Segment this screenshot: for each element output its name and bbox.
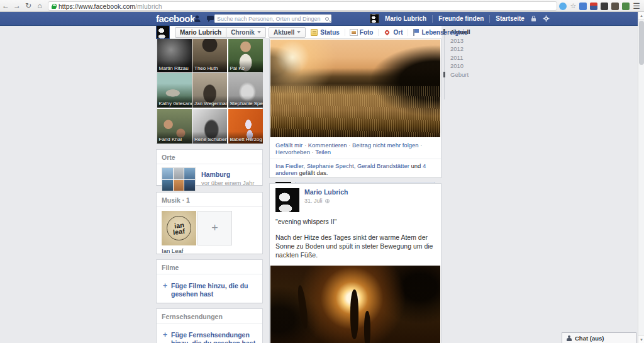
public-globe-icon xyxy=(325,199,330,203)
find-friends-link[interactable]: Freunde finden xyxy=(438,15,484,22)
status-icon xyxy=(311,29,318,36)
padlock-icon xyxy=(52,4,56,9)
navbar-profile-link[interactable]: Mario Lubrich xyxy=(385,15,426,22)
search-input[interactable] xyxy=(217,16,325,22)
lebensereignis-button[interactable]: Lebensereignis xyxy=(408,29,472,36)
friend-tile[interactable]: Pal Ko xyxy=(228,38,263,72)
post-author-link[interactable]: Mario Lubrich xyxy=(304,188,348,196)
photo-icon xyxy=(350,30,357,35)
add-tv-shows-link[interactable]: + Füge Fernsehsendungen hinzu, die du ge… xyxy=(157,323,262,343)
timeline-item-2013[interactable]: 2013 xyxy=(444,37,488,45)
tv-shows-header: Fernsehsendungen xyxy=(157,309,262,323)
chat-toggle-bar[interactable]: Chat (aus) xyxy=(562,332,636,343)
liker-names[interactable]: Ina Fiedler, Stephanie Specht, Gerald Br… xyxy=(275,162,409,169)
divider xyxy=(489,15,490,23)
search-icon[interactable] xyxy=(325,17,329,21)
comment-link[interactable]: Kommentieren xyxy=(303,142,347,149)
status-button[interactable]: Status xyxy=(306,29,345,36)
place-photo-collage[interactable] xyxy=(162,167,196,191)
scroll-down-arrow[interactable]: ▼ xyxy=(638,335,644,343)
browser-toolbar: ← → ↻ ⌂ https://www.facebook.com /mlubri… xyxy=(0,0,644,12)
timeline-item-2010[interactable]: 2010 xyxy=(444,62,488,70)
friend-tile[interactable]: Farid Khal xyxy=(157,109,192,143)
extension-icon[interactable] xyxy=(601,3,608,10)
flag-icon xyxy=(413,29,419,36)
add-movies-link[interactable]: + Füge Filme hinzu, die du gesehen hast xyxy=(157,274,262,306)
friend-name: Farid Khal xyxy=(157,132,192,143)
music-item-label[interactable]: Ian Leaf xyxy=(157,245,262,256)
friend-tile[interactable]: Babett Herzog xyxy=(228,109,263,143)
friend-name: Jan Wegermann xyxy=(192,96,227,108)
ort-button[interactable]: Ort xyxy=(378,29,408,36)
friend-name: René Schubert xyxy=(192,132,227,143)
friend-name: Kathy Griesaner xyxy=(157,96,192,108)
places-header: Orte xyxy=(157,150,262,164)
facebook-logo[interactable]: facebook xyxy=(156,13,195,25)
places-card: Orte Hamburg vor über einem Jahr xyxy=(156,149,263,186)
friend-tile[interactable]: Jan Wegermann xyxy=(192,73,227,108)
friend-tile[interactable]: Theo Huth xyxy=(192,38,227,72)
chevron-down-icon xyxy=(257,31,261,33)
url-bar[interactable]: https://www.facebook.com /mlubrich xyxy=(48,1,557,11)
privacy-lock-icon[interactable] xyxy=(530,13,537,25)
extension-icon[interactable] xyxy=(622,3,630,10)
location-pin-icon xyxy=(384,29,391,35)
friend-name: Stephanie Specht xyxy=(228,96,263,108)
browser-menu-icon[interactable]: ☰ xyxy=(633,0,640,12)
url-domain: https://www.facebook.com xyxy=(58,3,135,10)
friend-tile[interactable]: Martin Ritzau xyxy=(157,38,192,72)
place-timestamp: vor über einem Jahr xyxy=(201,179,254,186)
chat-person-icon xyxy=(567,335,572,341)
back-icon[interactable]: ← xyxy=(0,0,11,12)
navbar-avatar[interactable] xyxy=(370,14,379,23)
scroll-up-arrow[interactable]: ▲ xyxy=(638,12,644,20)
post-photo-sunset-wheat[interactable] xyxy=(270,266,440,343)
timeline-item-2012[interactable]: 2012 xyxy=(444,45,488,53)
share-link[interactable]: Teilen xyxy=(310,149,331,155)
friend-name: Martin Ritzau xyxy=(157,60,192,72)
movies-header: Filme xyxy=(157,260,262,274)
scrollbar-thumb[interactable] xyxy=(639,21,644,65)
post-timestamp[interactable]: 31. Juli xyxy=(304,198,348,204)
timeline-item-geburt[interactable]: Geburt xyxy=(444,70,488,79)
friend-tile[interactable]: Stephanie Specht xyxy=(228,73,263,108)
feed-post-photo: Gefällt mirKommentierenBeitrag nicht meh… xyxy=(269,38,441,178)
home-link[interactable]: Startseite xyxy=(496,15,525,22)
extension-icon[interactable] xyxy=(611,3,619,10)
plus-icon: + xyxy=(163,282,167,298)
extension-icon[interactable] xyxy=(590,3,597,10)
reload-icon[interactable]: ↻ xyxy=(23,0,34,12)
bookmark-star-icon[interactable]: ☆ xyxy=(570,0,576,12)
chat-status-label: Chat (aus) xyxy=(575,335,604,342)
likes-summary: Ina Fiedler, Stephanie Specht, Gerald Br… xyxy=(270,159,441,179)
home-icon[interactable]: ⌂ xyxy=(34,0,45,12)
music-item-cover[interactable]: ian leaf xyxy=(162,211,196,245)
chronik-tab[interactable]: Chronik xyxy=(226,27,266,38)
aktuell-tab[interactable]: Aktuell xyxy=(269,27,306,38)
extension-icon[interactable] xyxy=(579,3,587,10)
profile-toolbar: Mario Lubrich Chronik Aktuell Status Fot… xyxy=(156,26,441,39)
add-music-button[interactable]: + xyxy=(197,211,232,245)
url-path: /mlubrich xyxy=(135,3,162,10)
divider xyxy=(432,15,433,23)
place-link[interactable]: Hamburg xyxy=(201,171,254,178)
facebook-navbar: facebook Mario Lubrich Freunde finden St… xyxy=(0,12,638,26)
profile-name-button[interactable]: Mario Lubrich xyxy=(175,27,226,38)
profile-tab-group: Mario Lubrich Chronik xyxy=(175,27,266,38)
timeline-item-2011[interactable]: 2011 xyxy=(444,53,488,62)
twitter-icon[interactable] xyxy=(559,3,567,10)
unfollow-link[interactable]: Beitrag nicht mehr folgen xyxy=(347,142,419,149)
friend-requests-icon[interactable] xyxy=(193,14,201,23)
settings-gear-icon[interactable] xyxy=(543,13,550,25)
forward-icon[interactable]: → xyxy=(11,0,23,12)
browser-extensions: ☆ ☰ xyxy=(559,0,640,12)
post-photo-sunset-field[interactable] xyxy=(270,40,440,137)
like-link[interactable]: Gefällt mir xyxy=(275,142,303,149)
friend-tile[interactable]: Kathy Griesaner xyxy=(157,73,192,108)
friend-tile[interactable]: René Schubert xyxy=(192,109,227,143)
foto-button[interactable]: Foto xyxy=(345,29,379,36)
plus-icon: + xyxy=(211,222,218,235)
post-author-avatar[interactable] xyxy=(275,188,299,212)
search-box xyxy=(214,14,332,23)
profile-avatar-small[interactable] xyxy=(156,25,170,39)
